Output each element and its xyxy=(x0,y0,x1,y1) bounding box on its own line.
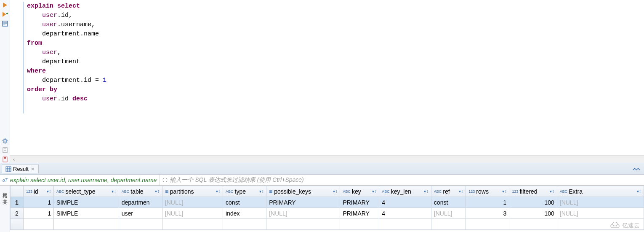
tab-result[interactable]: Result × xyxy=(2,164,39,173)
editor-toolbar xyxy=(0,0,10,163)
filter-sort-icon[interactable]: ▾‡ xyxy=(502,189,506,194)
table-row[interactable]: 11SIMPLEdepartmen[NULL]constPRIMARYPRIMA… xyxy=(11,197,644,208)
filter-sort-icon[interactable]: ▾‡ xyxy=(112,189,116,194)
view-tab-text[interactable]: 文本 xyxy=(0,193,9,197)
export-icon[interactable] xyxy=(2,147,8,154)
row-number[interactable]: 1 xyxy=(11,197,24,208)
execute-new-icon[interactable] xyxy=(2,11,8,18)
filter-sort-icon[interactable]: ▾‡ xyxy=(216,189,220,194)
cell-filtered[interactable]: 100 xyxy=(509,197,557,208)
row-header-corner xyxy=(11,186,24,197)
text-type-icon: ABC xyxy=(226,189,234,194)
cell-rows[interactable]: 3 xyxy=(466,208,509,219)
cell-ref[interactable]: [NULL] xyxy=(431,208,466,219)
cell-key_len[interactable]: 4 xyxy=(379,208,431,219)
svg-point-7 xyxy=(613,225,615,227)
sql-preview-text: explain select user.id, user.username, d… xyxy=(10,177,157,183)
cell-table[interactable]: departmen xyxy=(119,197,162,208)
cell-key_len[interactable]: 4 xyxy=(379,197,431,208)
watermark: 亿速云 xyxy=(609,222,640,229)
col-type[interactable]: ABCtype▾‡ xyxy=(223,186,266,197)
cell-possible_keys[interactable]: [NULL] xyxy=(266,208,340,219)
table-row-empty xyxy=(11,219,644,230)
col-label: rows xyxy=(476,188,489,195)
editor-area: explain select user.id, user.username, d… xyxy=(0,0,644,163)
cell-id[interactable]: 1 xyxy=(23,208,53,219)
cell-filtered[interactable]: 100 xyxy=(509,208,557,219)
col-id[interactable]: 123id▾‡ xyxy=(23,186,53,197)
filter-input[interactable]: 输入一个 SQL 表达式来过滤结果 (使用 Ctrl+Space) xyxy=(159,175,644,185)
change-marker xyxy=(23,2,24,113)
cell-partitions[interactable]: [NULL] xyxy=(162,208,223,219)
sql-editor[interactable]: explain select user.id, user.username, d… xyxy=(10,0,644,155)
row-number[interactable]: 2 xyxy=(11,208,24,219)
chevron-up-icon[interactable] xyxy=(632,166,641,172)
col-filtered[interactable]: 123filtered▾‡ xyxy=(509,186,557,197)
tab-close-icon[interactable]: × xyxy=(30,166,35,172)
save-icon[interactable] xyxy=(2,156,8,163)
cell-table[interactable]: user xyxy=(119,208,162,219)
col-table[interactable]: ABCtable▾‡ xyxy=(119,186,162,197)
col-rows[interactable]: 123rows▾‡ xyxy=(466,186,509,197)
grid-icon xyxy=(5,166,11,172)
editor-hscrollbar[interactable]: ‹ xyxy=(10,155,644,163)
col-select_type[interactable]: ABCselect_type▾‡ xyxy=(54,186,119,197)
grid-view-tabs: 网格 文本 xyxy=(0,186,10,232)
filter-sort-icon[interactable]: ▾‡ xyxy=(424,189,428,194)
svg-rect-5 xyxy=(6,167,11,172)
script-icon[interactable] xyxy=(2,20,8,27)
filter-sort-icon[interactable]: ▾‡ xyxy=(155,189,159,194)
number-type-icon: 123 xyxy=(26,189,32,194)
cell-Extra[interactable]: [NULL] xyxy=(557,208,644,219)
col-ref[interactable]: ABCref▾‡ xyxy=(431,186,466,197)
execute-icon[interactable] xyxy=(2,2,8,8)
filter-sort-icon[interactable]: ▾‡ xyxy=(372,189,376,194)
text-type-icon: ABC xyxy=(382,189,390,194)
table-row[interactable]: 21SIMPLEuser[NULL]index[NULL]PRIMARY4[NU… xyxy=(11,208,644,219)
col-label: id xyxy=(34,188,38,195)
filter-sort-icon[interactable]: ▾‡ xyxy=(259,189,263,194)
sql-preview[interactable]: oT explain select user.id, user.username… xyxy=(0,175,159,185)
text-icon: oT xyxy=(3,177,8,183)
col-label: possible_keys xyxy=(274,188,311,195)
watermark-text: 亿速云 xyxy=(622,222,640,229)
cell-select_type[interactable]: SIMPLE xyxy=(54,197,119,208)
grid-type-icon: ▦ xyxy=(269,189,273,194)
cell-select_type[interactable]: SIMPLE xyxy=(54,208,119,219)
cell-rows[interactable]: 1 xyxy=(466,197,509,208)
col-partitions[interactable]: ▦partitions▾‡ xyxy=(162,186,223,197)
cell-id[interactable]: 1 xyxy=(23,197,53,208)
settings-icon[interactable] xyxy=(2,138,8,144)
col-Extra[interactable]: ABCExtra▾‡ xyxy=(557,186,644,197)
filter-sort-icon[interactable]: ▾‡ xyxy=(550,189,554,194)
view-tab-grid[interactable]: 网格 xyxy=(0,187,9,191)
number-type-icon: 123 xyxy=(468,189,475,194)
col-possible_keys[interactable]: ▦possible_keys▾‡ xyxy=(266,186,340,197)
results-grid[interactable]: 123id▾‡ABCselect_type▾‡ABCtable▾‡▦partit… xyxy=(10,186,644,232)
col-key[interactable]: ABCkey▾‡ xyxy=(340,186,379,197)
cell-partitions[interactable]: [NULL] xyxy=(162,197,223,208)
col-key_len[interactable]: ABCkey_len▾‡ xyxy=(379,186,431,197)
col-label: type xyxy=(235,188,246,195)
filter-sort-icon[interactable]: ▾‡ xyxy=(47,189,51,194)
cell-ref[interactable]: const xyxy=(431,197,466,208)
cell-type[interactable]: index xyxy=(223,208,266,219)
scroll-left-icon[interactable]: ‹ xyxy=(10,156,18,163)
col-label: Extra xyxy=(569,188,583,195)
cell-Extra[interactable]: [NULL] xyxy=(557,197,644,208)
cell-key[interactable]: PRIMARY xyxy=(340,208,379,219)
filter-sort-icon[interactable]: ▾‡ xyxy=(333,189,337,194)
col-label: key xyxy=(352,188,361,195)
col-label: select_type xyxy=(66,188,96,195)
filter-sort-icon[interactable]: ▾‡ xyxy=(637,189,641,194)
svg-point-8 xyxy=(616,225,617,227)
filter-sort-icon[interactable]: ▾‡ xyxy=(459,189,463,194)
cell-type[interactable]: const xyxy=(223,197,266,208)
cell-possible_keys[interactable]: PRIMARY xyxy=(266,197,340,208)
col-label: key_len xyxy=(391,188,411,195)
grid-type-icon: ▦ xyxy=(165,189,169,194)
filter-placeholder: 输入一个 SQL 表达式来过滤结果 (使用 Ctrl+Space) xyxy=(170,176,303,184)
cell-key[interactable]: PRIMARY xyxy=(340,197,379,208)
result-tab-strip: Result × xyxy=(0,163,644,175)
svg-point-1 xyxy=(4,140,6,142)
